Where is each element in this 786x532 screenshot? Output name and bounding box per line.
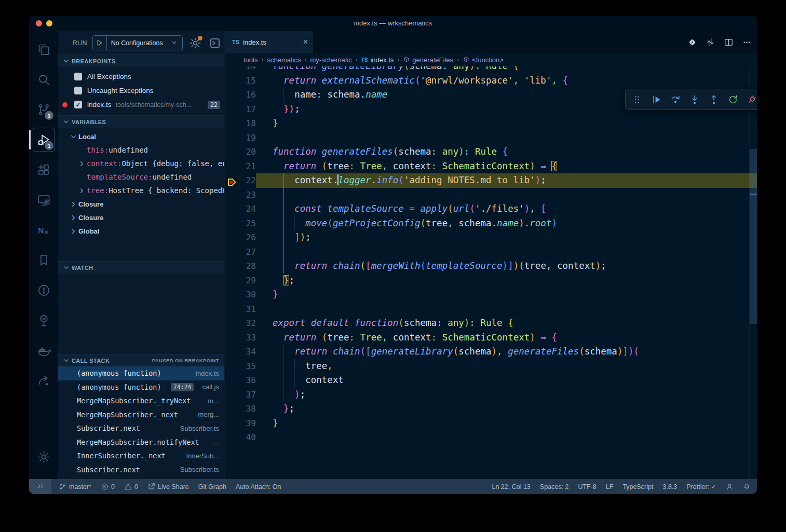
breadcrumb-item[interactable]: tools (243, 56, 258, 64)
code-text[interactable]: } (256, 116, 750, 131)
line-number[interactable]: 35 (225, 359, 256, 374)
activity-item-source-control[interactable]: 3 (31, 94, 56, 125)
code-line[interactable]: 39} (225, 416, 750, 431)
activity-item-testing[interactable] (31, 305, 56, 335)
code-line[interactable]: 22 context.logger.info('adding NOTES.md … (225, 173, 750, 188)
variable-row[interactable]: Global (58, 224, 224, 238)
chevron-right-icon[interactable] (78, 187, 86, 195)
breadcrumb-item[interactable]: TSindex.ts (361, 56, 394, 64)
step-out-icon[interactable] (706, 92, 722, 107)
code-line[interactable]: 31 (225, 302, 750, 317)
status-item-branch[interactable]: master* (59, 483, 91, 490)
line-number[interactable]: 29 (225, 274, 256, 288)
code-line[interactable]: 20function generateFiles(schema: any): R… (225, 145, 750, 159)
code-text[interactable]: return chain([generateLibrary(schema), g… (256, 345, 750, 359)
line-number[interactable]: 31 (225, 302, 256, 317)
callstack-frame[interactable]: (anonymous function)74:24call.js (58, 380, 224, 394)
gitlens-action-icon[interactable] (687, 37, 697, 47)
line-number[interactable]: 33 (225, 331, 256, 345)
restart-icon[interactable] (725, 92, 741, 107)
code-text[interactable]: function generateLibrary(schema: any): R… (256, 66, 750, 74)
variable-row[interactable]: templateSource: undefined (58, 170, 224, 184)
status-item-auto-attach[interactable]: Auto Attach: On (236, 483, 281, 490)
code-text[interactable]: ]); (256, 230, 750, 245)
code-text[interactable]: return chain([mergeWith(templateSource)]… (256, 259, 750, 274)
tab-index-ts[interactable]: TS index.ts × (225, 31, 313, 53)
code-line[interactable]: 24 const templateSource = apply(url('./f… (225, 202, 750, 216)
activity-item-nx-console[interactable]: N≥ (31, 215, 56, 245)
line-number[interactable]: 23 (225, 188, 256, 202)
code-line[interactable]: 29 }; (225, 274, 750, 288)
callstack-frame[interactable]: Subscriber.nextSubscriber.ts (58, 421, 224, 435)
continue-icon[interactable] (648, 92, 664, 107)
code-line[interactable]: 40 (225, 430, 750, 445)
line-number[interactable]: 14 (225, 66, 256, 74)
disconnect-icon[interactable] (744, 92, 757, 107)
code-text[interactable] (256, 430, 750, 445)
open-changes-icon[interactable] (706, 37, 715, 47)
scrollbar-slider[interactable] (750, 149, 757, 324)
split-editor-icon[interactable] (724, 37, 734, 47)
code-line[interactable]: 32export default function(schema: any): … (225, 316, 750, 331)
variable-row[interactable]: Closure (58, 197, 224, 211)
code-line[interactable]: 26 ]); (225, 230, 750, 245)
line-number[interactable]: 20 (225, 145, 256, 159)
code-text[interactable] (256, 302, 750, 317)
activity-item-remote-explorer[interactable] (31, 185, 56, 215)
line-number[interactable]: 40 (225, 430, 256, 445)
status-item-live-share[interactable]: Live Share (147, 483, 189, 490)
line-number[interactable]: 26 (225, 230, 256, 245)
chevron-right-icon[interactable] (70, 214, 77, 222)
activity-item-search[interactable] (31, 64, 56, 94)
activity-item-docker[interactable] (31, 335, 56, 365)
chevron-right-icon[interactable] (70, 200, 77, 208)
activity-item-explorer[interactable] (31, 34, 56, 64)
variable-row[interactable]: context: Object {debug: false, en… (58, 157, 224, 170)
code-text[interactable]: context.logger.info('adding NOTES.md to … (256, 173, 750, 188)
activity-item-extensions[interactable] (31, 155, 56, 185)
code-line[interactable]: 15 return externalSchematic('@nrwl/works… (225, 74, 750, 88)
breadcrumb-item[interactable]: schematics (267, 56, 301, 64)
code-text[interactable]: function generateFiles(schema: any): Rul… (256, 145, 750, 159)
line-number[interactable]: 16 (225, 88, 256, 102)
code-text[interactable]: }; (256, 402, 750, 416)
line-number[interactable]: 21 (225, 159, 256, 174)
code-line[interactable]: 34 return chain([generateLibrary(schema)… (225, 345, 750, 359)
variable-row[interactable]: Closure (58, 211, 224, 224)
activity-item-gitlens[interactable] (31, 275, 56, 305)
variable-row[interactable]: this: undefined (58, 143, 224, 157)
callstack-frame[interactable]: MergeMapSubscriber._nextmerg... (58, 408, 224, 422)
code-line[interactable]: 23 (225, 188, 750, 202)
status-item-eol[interactable]: LF (606, 483, 614, 490)
status-item-ts-version[interactable]: 3.8.3 (662, 483, 677, 490)
line-number[interactable]: 25 (225, 216, 256, 231)
breadcrumb-item[interactable]: <function> (463, 56, 504, 64)
status-item-git-graph[interactable]: Git Graph (198, 483, 226, 490)
breakpoint-row[interactable]: Uncaught Exceptions (58, 84, 224, 98)
code-line[interactable]: 35 tree, (225, 359, 750, 374)
status-item-cursor-position[interactable]: Ln 22, Col 13 (492, 483, 530, 490)
code-text[interactable]: return externalSchematic('@nrwl/workspac… (256, 74, 750, 88)
status-item-feedback[interactable] (726, 483, 734, 490)
start-debug-button[interactable] (93, 36, 107, 50)
activity-item-settings[interactable] (31, 442, 56, 472)
code-text[interactable]: move(getProjectConfig(tree, schema.name)… (256, 216, 750, 231)
code-line[interactable]: 18} (225, 116, 750, 131)
chevron-right-icon[interactable] (70, 227, 77, 235)
step-over-icon[interactable] (668, 92, 683, 107)
checkbox[interactable] (74, 73, 82, 80)
status-item-language[interactable]: TypeScript (622, 483, 653, 490)
code-area[interactable]: 14function generateLibrary(schema: any):… (225, 66, 757, 479)
step-into-icon[interactable] (687, 92, 702, 107)
chevron-right-icon[interactable] (78, 160, 86, 168)
activity-item-run-debug[interactable]: 1 (31, 125, 56, 155)
scrollbar[interactable] (749, 66, 757, 479)
code-line[interactable]: 27 (225, 245, 750, 260)
line-number[interactable]: 37 (225, 388, 256, 402)
code-text[interactable]: } (256, 288, 750, 302)
code-line[interactable]: 37 ); (225, 388, 750, 402)
status-item-prettier[interactable]: Prettier: ✓ (686, 483, 716, 490)
code-line[interactable]: 38 }; (225, 402, 750, 416)
line-number[interactable]: 22 (225, 173, 256, 188)
status-item-notifications[interactable] (743, 483, 751, 490)
